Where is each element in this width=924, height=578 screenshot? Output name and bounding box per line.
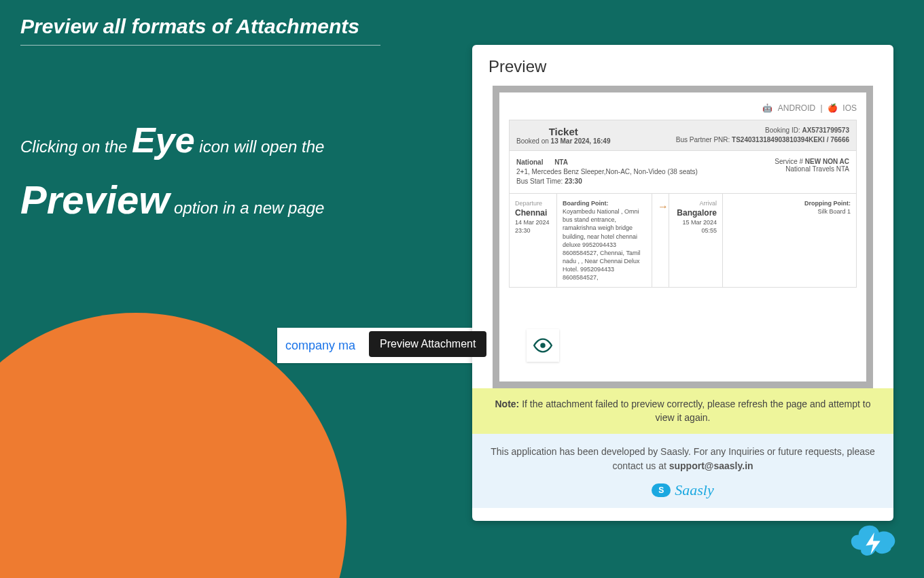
arrival-label: Arrival bbox=[675, 199, 717, 207]
boarding-point-label: Boarding Point: bbox=[563, 200, 609, 207]
note-label: Note: bbox=[495, 398, 519, 409]
booking-id-label: Booking ID: bbox=[765, 126, 800, 134]
attachment-link[interactable]: company ma bbox=[285, 339, 355, 353]
saasly-brand-text: Saasly bbox=[675, 479, 713, 501]
android-icon: 🤖 bbox=[762, 103, 772, 113]
preview-attachment-button[interactable] bbox=[527, 329, 559, 362]
platform-row: 🤖 ANDROID | 🍎 IOS bbox=[509, 103, 857, 113]
platform-sep: | bbox=[821, 103, 823, 113]
cloud-icon bbox=[842, 517, 904, 559]
booked-on-label: Booked on bbox=[516, 137, 551, 145]
android-label: ANDROID bbox=[778, 103, 815, 113]
booked-on-date: 13 Mar 2024, 16:49 bbox=[551, 137, 611, 145]
booking-id-value: AX5731799573 bbox=[802, 126, 849, 134]
start-time-label: Bus Start Time: bbox=[516, 177, 565, 185]
note-text: If the attachment failed to preview corr… bbox=[519, 398, 870, 423]
departure-city: Chennai bbox=[515, 207, 551, 218]
note-banner: Note: If the attachment failed to previe… bbox=[472, 388, 893, 434]
preview-panel: Preview 🤖 ANDROID | 🍎 IOS Ticket Booked … bbox=[472, 45, 893, 521]
pnr-label: Bus Partner PNR: bbox=[676, 136, 730, 143]
footer-email: support@saasly.in bbox=[669, 460, 753, 471]
route-row: Departure Chennai 14 Mar 2024 23:30 Boar… bbox=[509, 194, 857, 288]
arrow-icon: → bbox=[652, 194, 669, 287]
saasly-logo: S Saasly bbox=[484, 479, 881, 501]
departure-time: 23:30 bbox=[515, 226, 551, 235]
arrival-city: Bangalore bbox=[675, 207, 717, 218]
start-time-value: 23:30 bbox=[565, 177, 582, 185]
operator-2: NTA bbox=[554, 158, 568, 166]
dropping-point-label: Dropping Point: bbox=[804, 200, 851, 207]
copy-seg-1: Clicking on the bbox=[20, 137, 132, 156]
preview-tooltip: Preview Attachment bbox=[369, 331, 486, 357]
boarding-point-text: Koyambedu National , Omni bus stand entr… bbox=[563, 207, 646, 282]
saasly-cloud-icon: S bbox=[652, 483, 671, 497]
service-row: National NTA 2+1, Mercedes Benz Sleeper,… bbox=[509, 151, 857, 194]
operator-1: National bbox=[516, 158, 543, 166]
service-name: NEW NON AC bbox=[805, 158, 849, 165]
ios-label: IOS bbox=[842, 103, 857, 113]
preview-heading: Preview bbox=[472, 45, 893, 86]
copy-eye-word: Eye bbox=[132, 120, 195, 160]
ticket-header: Ticket Booked on 13 Mar 2024, 16:49 Book… bbox=[509, 120, 857, 151]
arrival-time: 05:55 bbox=[675, 226, 717, 235]
copy-preview-word: Preview bbox=[20, 177, 169, 222]
departure-date: 14 Mar 2024 bbox=[515, 218, 551, 226]
service-label: Service # bbox=[775, 158, 804, 165]
ticket-title: Ticket bbox=[516, 126, 610, 137]
footer-banner: This application has been developed by S… bbox=[472, 434, 893, 508]
svg-point-0 bbox=[540, 343, 545, 347]
arrival-date: 15 Mar 2024 bbox=[675, 218, 717, 226]
copy-seg-2: icon will open the bbox=[195, 137, 325, 156]
copy-seg-3: option in a new page bbox=[169, 199, 324, 217]
ios-icon: 🍎 bbox=[828, 103, 838, 113]
page-title: Preview all formats of Attachments bbox=[20, 15, 380, 46]
description-text: Clicking on the Eye icon will open the P… bbox=[20, 112, 442, 232]
dropping-point-text: Silk Board 1 bbox=[728, 207, 851, 216]
eye-icon bbox=[533, 338, 552, 353]
corner-logo bbox=[842, 517, 904, 562]
bus-desc: 2+1, Mercedes Benz Sleeper,Non-AC, Non-V… bbox=[516, 167, 698, 177]
departure-label: Departure bbox=[515, 199, 551, 207]
service-sub: National Travels NTA bbox=[775, 165, 849, 173]
pnr-value: TS240313184903810394KEKI / 76666 bbox=[732, 136, 849, 143]
